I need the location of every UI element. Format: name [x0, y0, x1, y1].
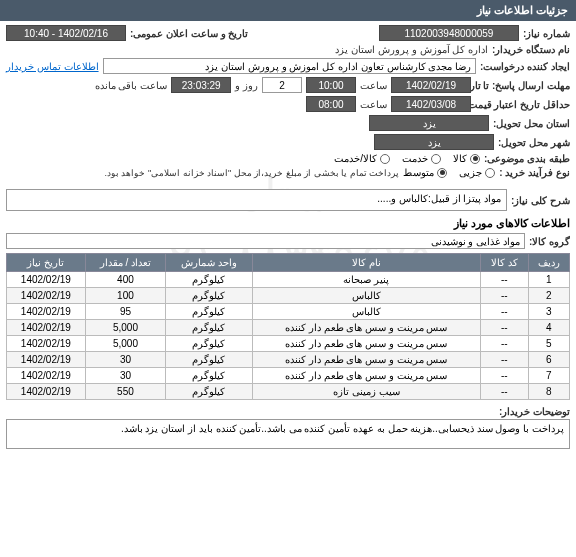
creator-value: رضا مجدی کارشناس تعاون اداره کل اموزش و … [103, 58, 477, 74]
cell-name: سس مرینت و سس های طعم دار کننده [252, 336, 481, 352]
buyer-dev-value: اداره کل آموزش و پرورش استان یزد [335, 44, 488, 55]
items-table: ردیف کد کالا نام کالا واحد شمارش تعداد /… [6, 253, 570, 400]
buyer-info-link[interactable]: اطلاعات تماس خریدار [6, 61, 99, 72]
need-no-value: 1102003948000059 [379, 25, 519, 41]
th-unit: واحد شمارش [166, 254, 252, 272]
city-label: شهر محل تحویل: [498, 137, 570, 148]
header-bar: جزئیات اطلاعات نیاز [0, 0, 576, 21]
radio-icon [431, 154, 441, 164]
valid-label: حداقل تاریخ اعتبار قیمت: تا تاریخ: [475, 99, 570, 110]
summary-label: شرح کلی نیاز: [511, 195, 570, 206]
cell-idx: 5 [528, 336, 569, 352]
cell-code: -- [481, 320, 529, 336]
cell-code: -- [481, 336, 529, 352]
province-value: یزد [369, 115, 489, 131]
th-name: نام کالا [252, 254, 481, 272]
th-idx: ردیف [528, 254, 569, 272]
cell-name: سیب زمینی تازه [252, 384, 481, 400]
form-area: شماره نیاز: 1102003948000059 تاریخ و ساع… [0, 21, 576, 453]
table-row: 7--سس مرینت و سس های طعم دار کنندهکیلوگر… [7, 368, 570, 384]
cell-unit: کیلوگرم [166, 288, 252, 304]
valid-time: 08:00 [306, 96, 356, 112]
cell-idx: 8 [528, 384, 569, 400]
cell-code: -- [481, 384, 529, 400]
radio-icon [470, 154, 480, 164]
cell-qty: 30 [85, 368, 165, 384]
cell-name: سس مرینت و سس های طعم دار کننده [252, 368, 481, 384]
buy-note: پرداخت تمام یا بخشی از مبلغ خرید،از محل … [104, 168, 399, 178]
table-header-row: ردیف کد کالا نام کالا واحد شمارش تعداد /… [7, 254, 570, 272]
cell-qty: 30 [85, 352, 165, 368]
cell-name: سس مرینت و سس های طعم دار کننده [252, 352, 481, 368]
days-value: 2 [262, 77, 302, 93]
group-value: مواد غذایی و نوشیدنی [6, 233, 525, 249]
cell-idx: 2 [528, 288, 569, 304]
announce-label: تاریخ و ساعت اعلان عمومی: [130, 28, 248, 39]
cell-unit: کیلوگرم [166, 272, 252, 288]
cell-idx: 7 [528, 368, 569, 384]
cell-date: 1402/02/19 [7, 288, 86, 304]
cell-name: کالباس [252, 288, 481, 304]
th-code: کد کالا [481, 254, 529, 272]
table-row: 4--سس مرینت و سس های طعم دار کنندهکیلوگر… [7, 320, 570, 336]
cell-code: -- [481, 352, 529, 368]
notes-box: پرداخت با وصول سند ذیحسابی..هزینه حمل به… [6, 419, 570, 449]
remain-value: 23:03:29 [171, 77, 231, 93]
cell-qty: 100 [85, 288, 165, 304]
days-label: روز و [235, 80, 258, 91]
cell-unit: کیلوگرم [166, 368, 252, 384]
cell-code: -- [481, 272, 529, 288]
cell-unit: کیلوگرم [166, 304, 252, 320]
class-opt-mix[interactable]: کالا/خدمت [334, 153, 390, 164]
class-label: طبقه بندی موضوعی: [484, 153, 570, 164]
summary-box: مواد پیتزا از قبیل:کالباس و..... [6, 189, 507, 211]
deadline-label: مهلت ارسال پاسخ: تا تاریخ: [475, 80, 570, 91]
cell-unit: کیلوگرم [166, 320, 252, 336]
th-qty: تعداد / مقدار [85, 254, 165, 272]
buy-opt-medium[interactable]: متوسط [403, 167, 447, 178]
cell-name: کالباس [252, 304, 481, 320]
group-label: گروه کالا: [529, 236, 570, 247]
cell-code: -- [481, 304, 529, 320]
cell-date: 1402/02/19 [7, 320, 86, 336]
need-no-label: شماره نیاز: [523, 28, 570, 39]
cell-code: -- [481, 288, 529, 304]
cell-qty: 5,000 [85, 320, 165, 336]
cell-unit: کیلوگرم [166, 336, 252, 352]
announce-value: 1402/02/16 - 10:40 [6, 25, 126, 41]
cell-date: 1402/02/19 [7, 352, 86, 368]
cell-qty: 550 [85, 384, 165, 400]
class-opt-kala[interactable]: کالا [453, 153, 480, 164]
class-opt-khedmat[interactable]: خدمت [402, 153, 441, 164]
remain-label: ساعت باقی مانده [95, 80, 168, 91]
cell-unit: کیلوگرم [166, 352, 252, 368]
time-label-2: ساعت [360, 99, 387, 110]
buy-type-group: جزیی متوسط [403, 167, 495, 178]
creator-label: ایجاد کننده درخواست: [480, 61, 570, 72]
table-row: 1--پنیر صبحانهکیلوگرم4001402/02/19 [7, 272, 570, 288]
notes-label: توضیحات خریدار: [499, 406, 570, 417]
cell-qty: 95 [85, 304, 165, 320]
valid-date: 1402/03/08 [391, 96, 471, 112]
city-value: یزد [374, 134, 494, 150]
cell-qty: 5,000 [85, 336, 165, 352]
table-row: 6--سس مرینت و سس های طعم دار کنندهکیلوگر… [7, 352, 570, 368]
cell-unit: کیلوگرم [166, 384, 252, 400]
cell-name: سس مرینت و سس های طعم دار کننده [252, 320, 481, 336]
buy-opt-small[interactable]: جزیی [459, 167, 495, 178]
table-row: 3--کالباسکیلوگرم951402/02/19 [7, 304, 570, 320]
cell-idx: 6 [528, 352, 569, 368]
deadline-time: 10:00 [306, 77, 356, 93]
buyer-dev-label: نام دستگاه خریدار: [492, 44, 570, 55]
cell-qty: 400 [85, 272, 165, 288]
radio-icon [380, 154, 390, 164]
cell-date: 1402/02/19 [7, 272, 86, 288]
cell-name: پنیر صبحانه [252, 272, 481, 288]
deadline-date: 1402/02/19 [391, 77, 471, 93]
th-date: تاریخ نیاز [7, 254, 86, 272]
time-label-1: ساعت [360, 80, 387, 91]
class-radio-group: کالا خدمت کالا/خدمت [334, 153, 480, 164]
province-label: استان محل تحویل: [493, 118, 570, 129]
cell-date: 1402/02/19 [7, 336, 86, 352]
radio-icon [437, 168, 447, 178]
